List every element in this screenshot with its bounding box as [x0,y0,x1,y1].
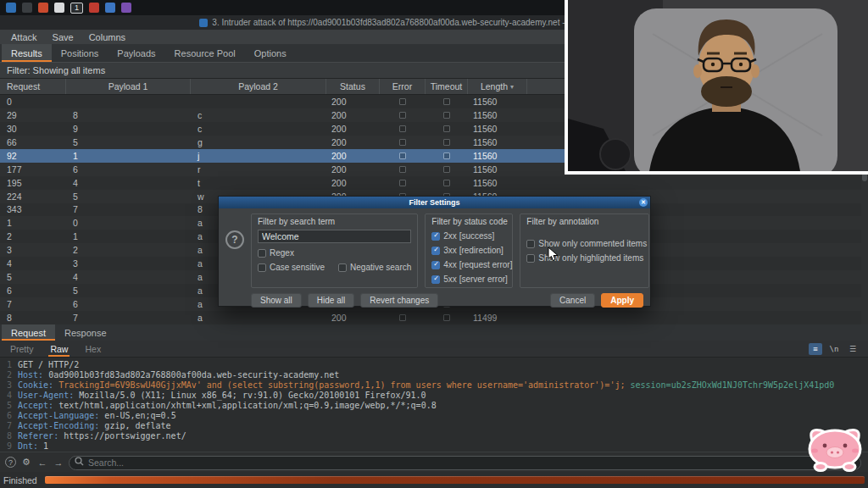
apply-button[interactable]: Apply [601,293,643,308]
cell-request: 2 [0,231,66,241]
timeout-checkbox[interactable] [443,314,450,321]
cancel-button[interactable]: Cancel [550,293,595,308]
menu-columns[interactable]: Columns [81,31,133,43]
close-icon[interactable]: ✕ [639,198,648,207]
error-checkbox[interactable] [399,98,406,105]
regex-checkbox[interactable]: Regex [258,248,411,258]
table-row[interactable]: 87a20011499 [0,311,868,324]
help-icon[interactable]: ? [225,230,244,249]
line-number: 1 [2,360,12,370]
cell-status: 200 [326,124,380,134]
error-checkbox[interactable] [399,139,406,146]
cell-error [380,314,426,321]
column-header-payload-2[interactable]: Payload 2 [191,79,326,94]
taskbar-icon-6[interactable] [105,3,115,13]
case-sensitive-checkbox[interactable]: Case sensitive [258,263,325,272]
timeout-checkbox[interactable] [443,166,450,173]
tab-positions[interactable]: Positions [52,44,108,62]
tab-request[interactable]: Request [2,324,55,341]
tab-results[interactable]: Results [2,44,52,62]
line-number: 7 [2,421,12,431]
column-header-length[interactable]: Length▾ [468,79,527,94]
revert-changes-button[interactable]: Revert changes [360,293,438,308]
cell-status: 200 [326,313,380,323]
back-arrow-icon[interactable]: ← [36,457,48,469]
error-checkbox[interactable] [399,166,406,173]
timeout-checkbox[interactable] [443,98,450,105]
cell-length: 11560 [468,164,527,175]
taskbar-icon-5[interactable] [89,3,99,13]
status-code-options: 2xx [success]3xx [redirection]4xx [reque… [431,231,506,284]
column-header-request[interactable]: Request [0,79,66,94]
attack-progress-bar [45,476,865,484]
view-tab-raw[interactable]: Raw [48,341,70,357]
editor-menu-icon[interactable]: ☰ [846,343,860,355]
column-header-payload-1[interactable]: Payload 1 [66,79,191,94]
error-checkbox[interactable] [399,112,406,119]
newline-icon[interactable]: \n [827,343,841,355]
search-term-input[interactable] [258,230,411,243]
negative-search-checkbox[interactable]: Negative search [338,263,411,272]
taskbar-icon-4[interactable] [54,3,64,13]
error-checkbox[interactable] [399,125,406,132]
workspace-indicator[interactable]: 1 [70,3,83,14]
pig-snout [826,447,843,458]
cell-request: 177 [0,164,66,175]
taskbar-icon-2[interactable] [22,3,32,13]
line-number: 9 [2,441,12,452]
table-row[interactable]: 1954t20011560 [0,176,868,190]
cell-request: 29 [0,110,66,120]
timeout-checkbox[interactable] [443,180,450,186]
status-filter-5xx[interactable]: 5xx [server error] [431,274,506,284]
cell-status: 200 [326,151,380,161]
request-editor[interactable]: 1GET / HTTP/22Host: 0ad9001b03fd83ad802a… [0,358,868,452]
error-checkbox[interactable] [399,152,406,159]
editor-line: 3Cookie: TrackingId=6V9BswU40GjjxMAv' an… [0,380,868,391]
selection-icon[interactable]: ≡ [809,343,822,355]
cell-payload2: t [191,178,326,188]
view-tab-hex[interactable]: Hex [83,341,103,357]
cell-request: 5 [0,272,66,282]
menu-attack[interactable]: Attack [3,31,45,43]
cell-payload1: 7 [66,313,191,323]
settings-gear-icon[interactable]: ⚙ [20,457,32,469]
search-input[interactable] [69,456,861,470]
column-header-timeout[interactable]: Timeout [426,79,468,94]
taskbar-icon-7[interactable] [121,3,131,13]
status-bar: Finished [0,472,868,488]
forward-arrow-icon[interactable]: → [53,457,64,469]
cell-payload2: r [191,164,326,175]
column-header-error[interactable]: Error [380,79,426,94]
column-header-status[interactable]: Status [326,79,380,94]
filter-settings-dialog: Filter Settings ✕ ? Filter by search ter… [218,196,651,307]
tab-response[interactable]: Response [55,324,116,341]
annotation-filter-1[interactable]: Show only commented items [526,239,643,248]
taskbar-icon-3[interactable] [38,3,48,13]
menu-save[interactable]: Save [45,31,81,43]
help-icon[interactable]: ? [5,457,16,468]
cell-payload1: 5 [66,286,191,296]
error-checkbox[interactable] [399,314,406,321]
hide-all-button[interactable]: Hide all [308,293,354,308]
show-all-button[interactable]: Show all [251,293,302,308]
status-filter-3xx[interactable]: 3xx [redirection] [431,246,506,255]
annotation-filter-2[interactable]: Show only highlighted items [526,253,643,263]
tab-resource-pool[interactable]: Resource Pool [165,44,245,62]
line-number: 6 [2,411,12,421]
tab-payloads[interactable]: Payloads [108,44,164,62]
timeout-checkbox[interactable] [443,112,450,119]
tab-options[interactable]: Options [245,44,296,62]
taskbar-icon-1[interactable] [6,3,16,13]
timeout-checkbox[interactable] [443,139,450,146]
cell-status: 200 [326,137,380,147]
status-filter-4xx[interactable]: 4xx [request error] [431,260,506,269]
cell-payload1: 7 [66,204,191,214]
status-filter-2xx[interactable]: 2xx [success] [431,231,506,241]
view-tab-pretty[interactable]: Pretty [8,341,35,357]
timeout-checkbox[interactable] [443,152,450,159]
search-icon [75,457,84,466]
error-checkbox[interactable] [399,180,406,186]
timeout-checkbox[interactable] [443,125,450,132]
dialog-titlebar[interactable]: Filter Settings ✕ [219,197,650,208]
cell-payload1: 3 [66,258,191,269]
